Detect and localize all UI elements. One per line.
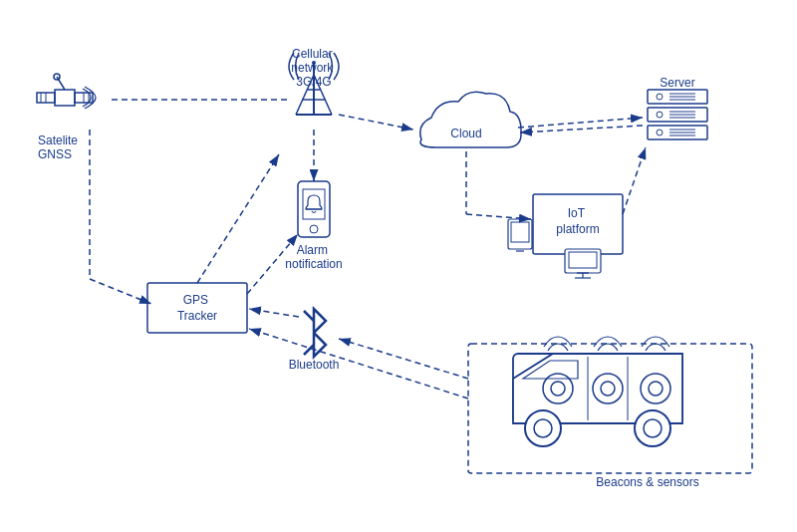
svg-rect-43 (565, 249, 601, 273)
beacons-label: Beacons & sensors (596, 475, 698, 489)
svg-point-51 (525, 410, 561, 446)
cellular-label: Cellular network 3G/4G (291, 47, 336, 89)
server-label: Server (660, 76, 694, 90)
iot-device-icon (508, 219, 532, 251)
bluetooth-label: Bluetooth (289, 358, 340, 372)
svg-rect-40 (508, 219, 532, 249)
cloud-label: Cloud (450, 127, 481, 140)
svg-point-53 (635, 410, 670, 446)
server-icon (648, 90, 707, 139)
gps-tracker-box (147, 283, 247, 333)
alarm-phone-icon (298, 181, 330, 237)
